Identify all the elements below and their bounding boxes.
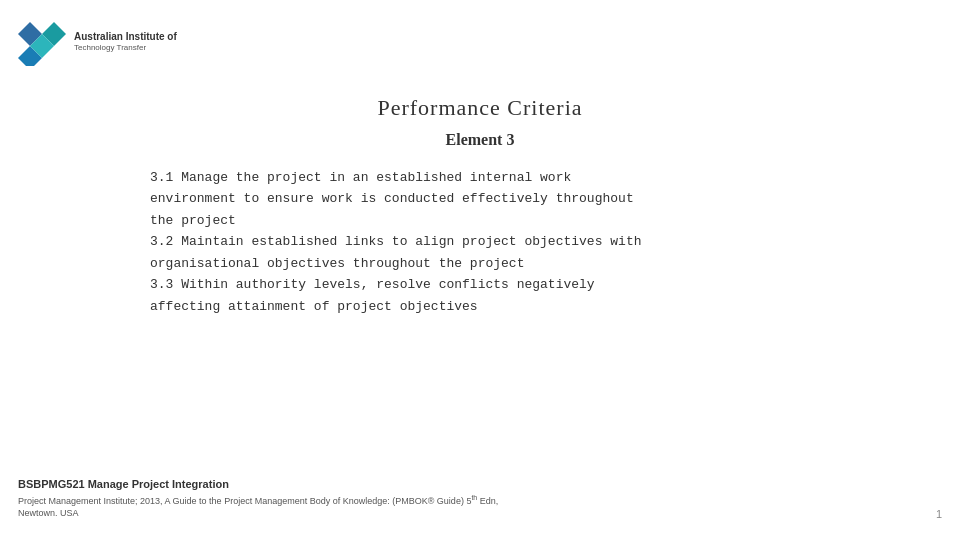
- element-heading: Element 3: [446, 131, 515, 149]
- criteria-line2: environment to ensure work is conducted …: [150, 191, 634, 206]
- page-title: Performance Criteria: [377, 95, 582, 121]
- page-number: 1: [936, 508, 942, 520]
- logo-line1: Australian Institute of: [74, 31, 177, 43]
- criteria-line7: affecting attainment of project objectiv…: [150, 299, 478, 314]
- criteria-body: 3.1 Manage the project in an established…: [150, 167, 810, 317]
- footer-citation: Project Management Institute; 2013, A Gu…: [18, 493, 498, 520]
- logo-text: Australian Institute of Technology Trans…: [74, 31, 177, 53]
- footer-title: BSBPMG521 Manage Project Integration: [18, 478, 498, 490]
- main-content: Performance Criteria Element 3 3.1 Manag…: [0, 95, 960, 317]
- criteria-line4: 3.2 Maintain established links to align …: [150, 234, 641, 249]
- logo-diamond-icon: [18, 18, 66, 66]
- criteria-line3: the project: [150, 213, 236, 228]
- logo-line2: Technology Transfer: [74, 43, 177, 53]
- footer: BSBPMG521 Manage Project Integration Pro…: [18, 478, 498, 520]
- logo: Australian Institute of Technology Trans…: [18, 18, 177, 66]
- criteria-line1: 3.1 Manage the project in an established…: [150, 170, 571, 185]
- criteria-line6: 3.3 Within authority levels, resolve con…: [150, 277, 595, 292]
- criteria-line5: organisational objectives throughout the…: [150, 256, 524, 271]
